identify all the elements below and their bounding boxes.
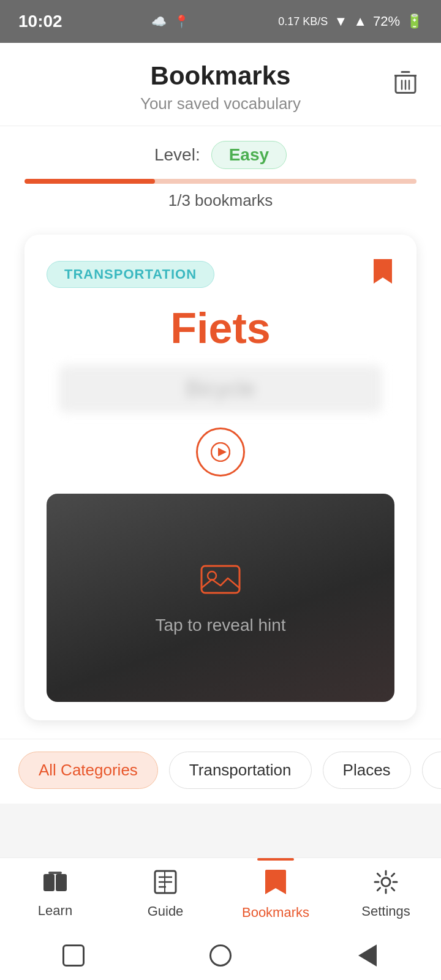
- level-label: Level:: [154, 145, 200, 165]
- svg-point-13: [382, 878, 390, 886]
- play-circle: [196, 428, 245, 477]
- status-center-icons: ☁️ 📍: [151, 14, 189, 29]
- category-pill-all[interactable]: All Categories: [18, 752, 158, 789]
- status-bar: 10:02 ☁️ 📍 0.17 KB/S ▼ ▲ 72% 🔋: [0, 0, 441, 43]
- weather-icon: ☁️: [151, 14, 167, 29]
- android-nav: [0, 931, 441, 980]
- guide-icon: [153, 870, 178, 900]
- svg-rect-7: [48, 872, 62, 874]
- blurred-translation: Bicycle: [59, 365, 382, 413]
- delete-button[interactable]: [394, 69, 417, 99]
- android-recent-button[interactable]: [55, 937, 92, 974]
- category-pill-places[interactable]: Places: [323, 752, 411, 789]
- image-icon: [200, 561, 241, 606]
- settings-icon: [374, 870, 398, 900]
- bookmarks-icon: [264, 869, 287, 901]
- category-badge: TRANSPORTATION: [47, 261, 214, 288]
- progress-bar-bg: [24, 179, 417, 184]
- location-icon: 📍: [174, 14, 189, 29]
- svg-rect-5: [43, 874, 55, 891]
- progress-text: 1/3 bookmarks: [24, 191, 417, 216]
- battery-text: 72%: [373, 13, 400, 29]
- nav-label-settings: Settings: [361, 903, 410, 919]
- progress-bar-fill: [24, 179, 155, 184]
- download-speed: 0.17 KB/S: [278, 15, 328, 28]
- page-subtitle: Your saved vocabulary: [24, 94, 417, 113]
- categories-row: All Categories Transportation Places Gr: [0, 739, 441, 804]
- card-wrapper: TRANSPORTATION Fiets Bicycle: [0, 222, 441, 739]
- card-category-row: TRANSPORTATION: [47, 257, 394, 292]
- vocab-card: TRANSPORTATION Fiets Bicycle: [24, 235, 417, 720]
- android-home-button[interactable]: [202, 937, 239, 974]
- hint-text: Tap to reveal hint: [155, 616, 285, 635]
- signal-icon: ▲: [353, 13, 367, 29]
- status-right-icons: 0.17 KB/S ▼ ▲ 72% 🔋: [278, 13, 423, 29]
- status-time: 10:02: [18, 12, 62, 31]
- level-badge[interactable]: Easy: [211, 141, 287, 169]
- bookmark-button[interactable]: [371, 257, 394, 292]
- category-pill-transportation[interactable]: Transportation: [169, 752, 312, 789]
- nav-item-guide[interactable]: Guide: [110, 858, 221, 931]
- wifi-icon: ▼: [334, 13, 347, 29]
- android-back-button[interactable]: [349, 937, 386, 974]
- play-button[interactable]: [47, 428, 394, 477]
- bottom-nav: Learn Guide Bookmarks: [0, 858, 441, 931]
- nav-item-bookmarks[interactable]: Bookmarks: [221, 858, 331, 931]
- svg-rect-3: [202, 566, 239, 593]
- header: Bookmarks Your saved vocabulary: [0, 43, 441, 126]
- svg-marker-2: [218, 448, 227, 456]
- learn-icon: [42, 870, 68, 899]
- nav-label-learn: Learn: [38, 903, 72, 919]
- category-pill-greetings[interactable]: Gr: [422, 752, 441, 789]
- nav-label-guide: Guide: [148, 903, 184, 919]
- vocab-word: Fiets: [47, 304, 394, 353]
- nav-label-bookmarks: Bookmarks: [242, 905, 309, 921]
- progress-container: 1/3 bookmarks: [0, 169, 441, 222]
- page-title: Bookmarks: [24, 61, 417, 91]
- svg-rect-6: [56, 874, 67, 891]
- battery-icon: 🔋: [406, 13, 423, 29]
- level-row: Level: Easy: [0, 126, 441, 169]
- nav-item-learn[interactable]: Learn: [0, 858, 110, 931]
- active-indicator: [257, 858, 294, 861]
- nav-item-settings[interactable]: Settings: [331, 858, 441, 931]
- hint-area[interactable]: Tap to reveal hint: [47, 494, 394, 702]
